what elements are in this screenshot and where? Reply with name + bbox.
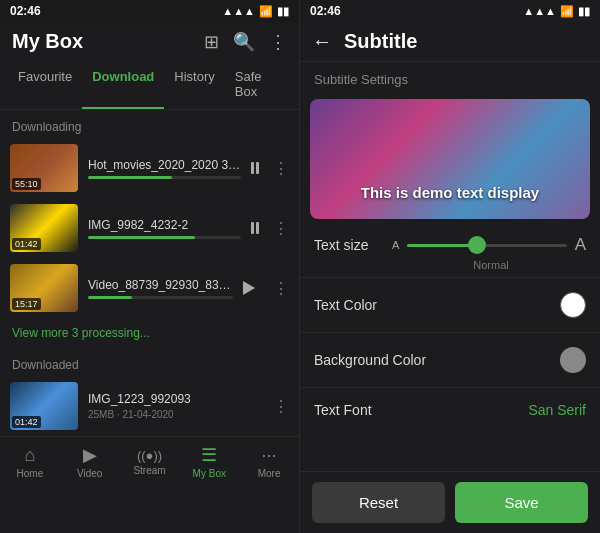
progress-bar xyxy=(88,176,241,179)
text-color-row: Text Color xyxy=(300,277,600,332)
progress-bar xyxy=(88,236,241,239)
text-color-label: Text Color xyxy=(314,297,377,313)
tab-safebox[interactable]: Safe Box xyxy=(225,61,291,109)
background-color-picker[interactable] xyxy=(560,347,586,373)
list-item: 15:17 Video_88739_92930_83849395 ⋮ xyxy=(0,258,299,318)
item-name: Video_88739_92930_83849395 xyxy=(88,278,233,292)
item-meta: 25MB · 21-04-2020 xyxy=(88,409,263,420)
tab-favourite[interactable]: Favourite xyxy=(8,61,82,109)
left-signal-icon: ▲▲▲ xyxy=(222,5,255,17)
text-size-label: Text size xyxy=(314,237,384,253)
item-name: IMG_9982_4232-2 xyxy=(88,218,241,232)
right-signal-icon: ▲▲▲ xyxy=(523,5,556,17)
item-info: Hot_movies_2020_2020 3423_023_281 xyxy=(88,158,241,179)
nav-home[interactable]: ⌂ Home xyxy=(0,437,60,486)
nav-mybox[interactable]: ☰ My Box xyxy=(179,437,239,486)
home-icon: ⌂ xyxy=(24,445,35,466)
nav-more[interactable]: ··· More xyxy=(239,437,299,486)
item-name: IMG_1223_992093 xyxy=(88,392,263,406)
nav-video-label: Video xyxy=(77,468,102,479)
video-icon: ▶ xyxy=(83,444,97,466)
list-item: 55:10 Hot_movies_2020_2020 3423_023_281 … xyxy=(0,138,299,198)
right-wifi-icon: 📶 xyxy=(560,5,574,18)
subtitle-settings-label: Subtitle Settings xyxy=(300,62,600,93)
right-header: ← Subtitle xyxy=(300,22,600,62)
background-color-label: Background Color xyxy=(314,352,426,368)
more-icon[interactable]: ⋮ xyxy=(269,31,287,53)
thumbnail: 01:42 xyxy=(10,204,78,252)
item-info: Video_88739_92930_83849395 xyxy=(88,278,233,299)
right-battery-icon: ▮▮ xyxy=(578,5,590,18)
item-duration: 01:42 xyxy=(12,238,41,250)
progress-bar xyxy=(88,296,233,299)
reset-button[interactable]: Reset xyxy=(312,482,445,523)
nav-stream-label: Stream xyxy=(133,465,165,476)
nav-mybox-label: My Box xyxy=(193,468,226,479)
item-duration: 01:42 xyxy=(12,416,41,428)
slider-normal-label: Normal xyxy=(382,259,600,277)
bottom-navigation: ⌂ Home ▶ Video ((●)) Stream ☰ My Box ···… xyxy=(0,436,299,486)
tab-bar: Favourite Download History Safe Box xyxy=(0,61,299,110)
text-font-value[interactable]: San Serif xyxy=(528,402,586,418)
back-button[interactable]: ← xyxy=(312,30,332,53)
play-button[interactable] xyxy=(243,281,255,295)
nav-home-label: Home xyxy=(17,468,44,479)
view-more-link[interactable]: View more 3 processing... xyxy=(0,318,299,348)
tab-download[interactable]: Download xyxy=(82,61,164,109)
item-duration: 55:10 xyxy=(12,178,41,190)
nav-more-label: More xyxy=(258,468,281,479)
nav-video[interactable]: ▶ Video xyxy=(60,437,120,486)
item-info: IMG_1223_992093 25MB · 21-04-2020 xyxy=(88,392,263,420)
downloaded-label: Downloaded xyxy=(0,348,299,376)
item-more-icon[interactable]: ⋮ xyxy=(273,159,289,178)
more-nav-icon: ··· xyxy=(262,445,277,466)
text-font-row: Text Font San Serif xyxy=(300,387,600,432)
thumbnail: 01:42 xyxy=(10,382,78,430)
nav-stream[interactable]: ((●)) Stream xyxy=(120,437,180,486)
preview-text: This is demo text display xyxy=(361,184,539,201)
item-more-icon[interactable]: ⋮ xyxy=(273,219,289,238)
grid-icon[interactable]: ⊞ xyxy=(204,31,219,53)
text-size-slider[interactable] xyxy=(407,235,566,255)
save-button[interactable]: Save xyxy=(455,482,588,523)
right-panel-title: Subtitle xyxy=(344,30,417,53)
item-info: IMG_9982_4232-2 xyxy=(88,218,241,239)
text-color-picker[interactable] xyxy=(560,292,586,318)
right-footer: Reset Save xyxy=(300,471,600,533)
search-icon[interactable]: 🔍 xyxy=(233,31,255,53)
right-body: Subtitle Settings This is demo text disp… xyxy=(300,62,600,471)
text-size-large-a: A xyxy=(575,235,586,255)
text-font-label: Text Font xyxy=(314,402,372,418)
page-title: My Box xyxy=(12,30,83,53)
right-status-time: 02:46 xyxy=(310,4,341,18)
left-wifi-icon: 📶 xyxy=(259,5,273,18)
list-item: 01:42 IMG_1223_992093 25MB · 21-04-2020 … xyxy=(0,376,299,436)
item-duration: 15:17 xyxy=(12,298,41,310)
subtitle-preview: This is demo text display xyxy=(310,99,590,219)
stream-icon: ((●)) xyxy=(137,448,162,463)
text-size-row: Text size A A xyxy=(300,225,600,259)
item-name: Hot_movies_2020_2020 3423_023_281 xyxy=(88,158,241,172)
item-more-icon[interactable]: ⋮ xyxy=(273,279,289,298)
left-battery-icon: ▮▮ xyxy=(277,5,289,18)
pause-button[interactable] xyxy=(251,222,259,234)
background-color-row: Background Color xyxy=(300,332,600,387)
list-item: 01:42 IMG_9982_4232-2 ⋮ xyxy=(0,198,299,258)
thumbnail: 55:10 xyxy=(10,144,78,192)
mybox-icon: ☰ xyxy=(201,444,217,466)
item-more-icon[interactable]: ⋮ xyxy=(273,397,289,416)
downloading-label: Downloading xyxy=(0,110,299,138)
text-size-small-a: A xyxy=(392,239,399,251)
left-status-time: 02:46 xyxy=(10,4,41,18)
thumbnail: 15:17 xyxy=(10,264,78,312)
tab-history[interactable]: History xyxy=(164,61,224,109)
pause-button[interactable] xyxy=(251,162,259,174)
